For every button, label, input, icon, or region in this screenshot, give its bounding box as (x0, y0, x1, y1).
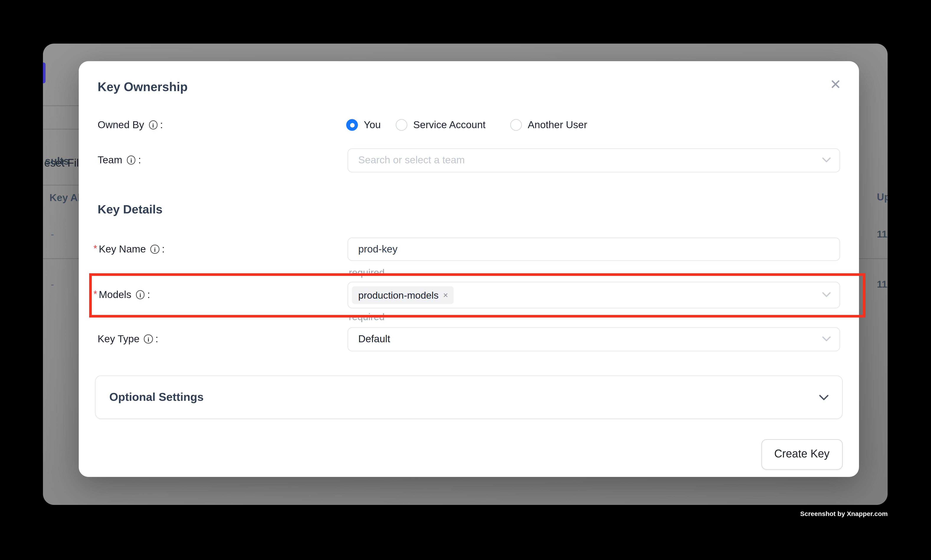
updated-at-column-header-partial: Up (877, 191, 887, 203)
backdrop-divider (43, 185, 79, 185)
create-key-modal: ✕ Key Ownership Owned By i : You Service… (79, 61, 859, 477)
chevron-down-icon (822, 336, 831, 342)
key-type-value: Default (348, 333, 390, 345)
key-name-label: * Key Name i : (94, 242, 165, 256)
backdrop-row-divider (43, 258, 79, 259)
backdrop-divider (43, 105, 79, 106)
key-ownership-section-title: Key Ownership (98, 80, 188, 94)
team-select-placeholder: Search or select a team (348, 154, 465, 166)
screenshot-canvas: eset Filt sults Key Alia - - Up 11/ 11/ … (0, 0, 931, 560)
radio-label: You (364, 119, 381, 131)
key-name-input[interactable]: prod-key (348, 237, 840, 261)
key-details-section-title: Key Details (98, 202, 163, 217)
optional-settings-title: Optional Settings (109, 391, 204, 404)
info-icon[interactable]: i (149, 121, 158, 129)
chevron-down-icon (819, 394, 829, 401)
radio-selected-icon (346, 119, 358, 131)
info-icon[interactable]: i (144, 335, 153, 343)
team-select[interactable]: Search or select a team (348, 148, 840, 172)
chevron-down-icon (822, 157, 831, 163)
table-cell-date-partial: 11/ (877, 278, 887, 289)
backdrop-row-divider (859, 258, 887, 259)
watermark-text: Screenshot by Xnapper.com (800, 510, 888, 517)
backdrop-divider (43, 129, 79, 130)
team-label: Team i : (98, 153, 141, 167)
required-asterisk: * (94, 243, 97, 254)
radio-label: Another User (528, 119, 587, 131)
owned-by-label: Owned By i : (98, 118, 163, 132)
create-key-button[interactable]: Create Key (762, 439, 842, 469)
results-count-partial: sults (45, 155, 69, 167)
radio-owned-by-you[interactable]: You (346, 118, 381, 132)
close-icon[interactable]: ✕ (825, 75, 846, 94)
annotation-highlight-box (89, 273, 866, 317)
info-icon[interactable]: i (151, 245, 159, 254)
info-icon[interactable]: i (127, 156, 136, 165)
radio-owned-by-service-account[interactable]: Service Account (395, 118, 485, 132)
table-cell-dash: - (51, 228, 54, 240)
optional-settings-expander[interactable]: Optional Settings (95, 375, 843, 419)
table-cell-dash: - (51, 278, 54, 289)
radio-owned-by-another-user[interactable]: Another User (510, 118, 587, 132)
clipped-primary-button[interactable] (43, 63, 45, 83)
radio-label: Service Account (413, 119, 485, 131)
table-cell-date-partial: 11/ (877, 228, 887, 240)
key-type-label: Key Type i : (98, 332, 158, 346)
key-type-select[interactable]: Default (348, 327, 840, 351)
key-name-value: prod-key (348, 243, 397, 255)
radio-unselected-icon (510, 119, 522, 131)
radio-unselected-icon (395, 119, 407, 131)
